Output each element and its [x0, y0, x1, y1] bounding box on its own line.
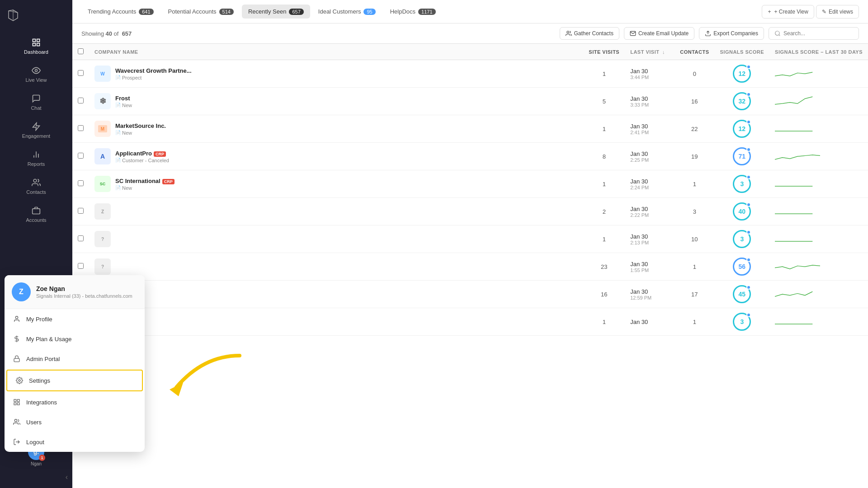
tab-count: 657 — [289, 9, 303, 15]
export-companies-button[interactable]: Export Companies — [699, 27, 764, 40]
visits-cell: 2 — [583, 198, 625, 225]
sidebar-user-label: Ngan — [31, 461, 42, 466]
chart-cell — [769, 88, 868, 115]
svg-rect-2 — [33, 43, 36, 46]
contacts-cell: 1 — [675, 253, 714, 281]
dropdown-item-logout[interactable]: Logout — [5, 432, 145, 452]
chart-cell — [769, 170, 868, 198]
dropdown-item-users[interactable]: Users — [5, 412, 145, 432]
contacts-cell: 10 — [675, 225, 714, 253]
dropdown-item-plan[interactable]: My Plan & Usage — [5, 329, 145, 349]
company-info: ? — [94, 286, 578, 302]
tab-label: Recently Seen — [248, 8, 287, 15]
score-cell: 71 — [715, 143, 770, 170]
row-checkbox[interactable] — [78, 70, 84, 76]
tab-count: 95 — [363, 9, 375, 15]
score-badge: 12 — [733, 120, 751, 138]
company-info: W Wavecrest Growth Partne...📄Prospect — [94, 66, 578, 82]
edit-views-button[interactable]: ✎ Edit views — [816, 5, 859, 19]
sidebar-item-liveview[interactable]: Live View — [0, 60, 72, 88]
logo — [0, 5, 72, 32]
collapse-sidebar-button[interactable]: ‹ — [66, 473, 68, 481]
company-info: SC SC InternationalCRP📄New — [94, 176, 578, 192]
create-view-button[interactable]: + + Create View — [762, 5, 814, 19]
sidebar-item-contacts[interactable]: Contacts — [0, 172, 72, 200]
score-badge: 56 — [733, 258, 751, 276]
sidebar-item-engagement[interactable]: Engagement — [0, 116, 72, 144]
date-main: Jan 30 — [630, 288, 669, 295]
company-info: ❄ Frost📄New — [94, 93, 578, 109]
row-checkbox[interactable] — [78, 125, 84, 131]
pencil-icon: ✎ — [822, 9, 826, 15]
sidebar-item-label: Accounts — [26, 217, 46, 223]
company-cell: ? — [89, 225, 583, 253]
table-row: W Wavecrest Growth Partne...📄Prospect 1 … — [72, 60, 868, 88]
col-visits: SITE VISITS — [583, 44, 625, 60]
row-checkbox[interactable] — [78, 98, 84, 103]
main-content: Trending Accounts 641 Potential Accounts… — [72, 0, 868, 488]
row-checkbox-cell — [72, 115, 89, 143]
dropdown-item-integrations[interactable]: Integrations — [5, 392, 145, 412]
row-checkbox-cell — [72, 143, 89, 170]
row-checkbox[interactable] — [78, 180, 84, 186]
svg-text:M: M — [101, 127, 104, 131]
date-main: Jan 30 — [630, 150, 669, 157]
create-email-update-button[interactable]: Create Email Update — [624, 27, 694, 40]
visits-cell: 16 — [583, 281, 625, 308]
tab-trending[interactable]: Trending Accounts 641 — [81, 5, 160, 19]
date-cell: Jan 30 2:25 PM — [625, 143, 675, 170]
mini-chart — [775, 93, 820, 108]
score-dot — [746, 120, 751, 124]
sidebar-item-dashboard[interactable]: Dashboard — [0, 32, 72, 60]
score-dot — [746, 230, 751, 235]
dropdown-item-settings[interactable]: Settings — [6, 370, 143, 391]
svg-point-27 — [14, 419, 17, 422]
row-checkbox[interactable] — [78, 153, 84, 159]
row-checkbox[interactable] — [78, 235, 84, 241]
sidebar-item-label: Live View — [26, 77, 47, 83]
tab-recently-seen[interactable]: Recently Seen 657 — [242, 5, 310, 19]
sidebar-item-reports[interactable]: Reports — [0, 144, 72, 172]
date-cell: Jan 30 2:22 PM — [625, 198, 675, 225]
select-all-checkbox[interactable] — [78, 48, 84, 54]
tab-label: Potential Accounts — [168, 8, 217, 15]
company-info: M MarketSource Inc.📄New — [94, 121, 578, 137]
date-cell: Jan 30 2:13 PM — [625, 225, 675, 253]
sidebar-item-label: Chat — [31, 105, 41, 111]
score-wrapper: 12 — [720, 65, 764, 83]
search-box[interactable] — [769, 27, 859, 40]
score-wrapper: 45 — [720, 285, 764, 303]
company-cell: ❄ Frost📄New — [89, 88, 583, 115]
company-info: Z — [94, 203, 578, 220]
tab-ideal[interactable]: Ideal Customers 95 — [312, 5, 382, 19]
dropdown-avatar: Z — [12, 282, 31, 301]
sidebar-item-chat[interactable]: Chat — [0, 88, 72, 116]
row-checkbox[interactable] — [78, 263, 84, 269]
col-last-visit[interactable]: LAST VISIT ↓ — [625, 44, 675, 60]
company-cell: A ApplicantProCRP📄Customer - Canceled — [89, 143, 583, 170]
svg-line-16 — [779, 35, 780, 36]
dropdown-header: Z Zoe Ngan Signals Internal (33) - beta.… — [5, 275, 145, 309]
integrations-icon — [13, 398, 21, 406]
dropdown-item-profile[interactable]: My Profile — [5, 309, 145, 329]
score-badge: 32 — [733, 92, 751, 110]
svg-rect-24 — [17, 399, 19, 402]
table-row: ? 23 Jan 30 1:55 PM 1 56 — [72, 253, 868, 281]
tag-icon: 📄 — [115, 130, 121, 135]
company-details: MarketSource Inc.📄New — [115, 122, 166, 136]
row-checkbox-cell — [72, 60, 89, 88]
visits-cell: 23 — [583, 253, 625, 281]
tab-helpdocs[interactable]: HelpDocs 1171 — [384, 5, 442, 19]
sidebar-item-accounts[interactable]: Accounts — [0, 200, 72, 228]
svg-rect-1 — [37, 39, 40, 42]
row-checkbox[interactable] — [78, 208, 84, 214]
search-input[interactable] — [783, 30, 851, 37]
gather-contacts-button[interactable]: Gather Contacts — [560, 27, 619, 40]
company-cell: ? — [89, 308, 583, 336]
dropdown-item-admin[interactable]: Admin Portal — [5, 349, 145, 369]
user-dropdown: Z Zoe Ngan Signals Internal (33) - beta.… — [5, 275, 145, 452]
chart-cell — [769, 225, 868, 253]
contacts-cell: 19 — [675, 143, 714, 170]
col-score-chart: SIGNALS SCORE – LAST 30 DAYS — [769, 44, 868, 60]
tab-potential[interactable]: Potential Accounts 514 — [162, 5, 240, 19]
